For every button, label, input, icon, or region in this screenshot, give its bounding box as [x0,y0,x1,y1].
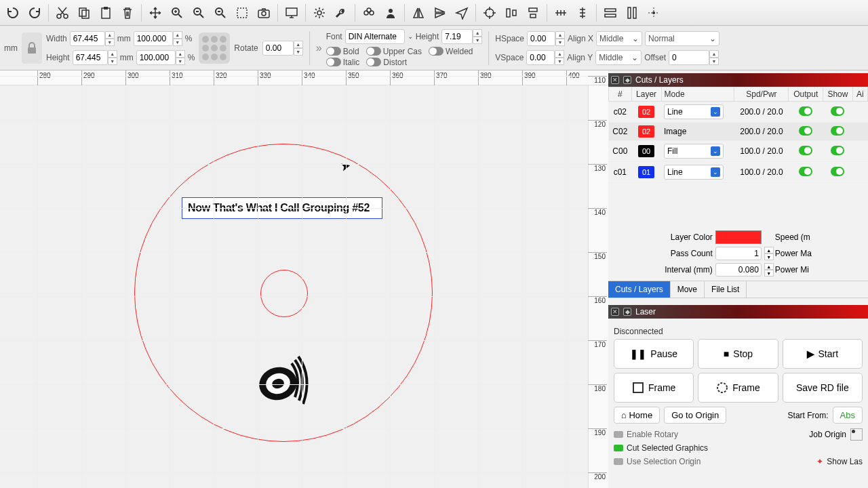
bold-toggle[interactable]: Bold [326,47,359,56]
job-origin-grid[interactable] [850,428,863,441]
frame-rect-button[interactable]: Frame [614,373,694,403]
laser-panel-header[interactable]: ✕ ◆ Laser [608,305,868,319]
wrench-icon[interactable] [331,3,351,23]
svg-rect-23 [605,9,616,12]
use-selection-origin-toggle[interactable]: Use Selection Origin [614,455,701,468]
height-pct-input[interactable] [136,50,176,65]
table-row[interactable]: c02 02 Line⌄ 200.0 / 20.0 [609,102,868,123]
output-toggle[interactable] [799,167,812,176]
offset-input[interactable] [669,50,709,65]
home-button[interactable]: ⌂ Home [614,407,660,424]
align-h-icon[interactable] [501,3,521,23]
arrange-3-icon[interactable] [644,3,664,23]
enable-rotary-toggle[interactable]: Enable Rotary [614,428,678,441]
tab-move[interactable]: Move [671,281,705,298]
upper-toggle[interactable]: Upper Cas [366,47,422,56]
welded-toggle[interactable]: Welded [429,47,473,56]
height-input[interactable] [73,50,108,65]
output-toggle[interactable] [799,106,812,116]
table-row[interactable]: c01 01 Line⌄ 100.0 / 20.0 [609,162,868,183]
paste-icon[interactable] [96,3,116,23]
show-toggle[interactable] [831,146,844,155]
font-height-input[interactable] [441,29,473,44]
save-rd-button[interactable]: Save RD file [783,373,863,403]
interval-input[interactable] [715,263,762,277]
start-button[interactable]: ▶Start [783,339,863,369]
arrange-1-icon[interactable] [600,3,620,23]
vspace-input[interactable] [526,50,555,65]
inner-circle[interactable] [260,270,308,317]
collapse-icon[interactable]: ◆ [623,308,631,316]
svg-rect-19 [507,9,510,17]
table-row[interactable]: C02 02 Image 200.0 / 20.0 [609,123,868,141]
copy-icon[interactable] [74,3,94,23]
cut-icon[interactable] [52,3,73,23]
undo-icon[interactable] [3,3,23,23]
zoom-out-icon[interactable] [210,3,231,23]
arrange-2-icon[interactable] [622,3,642,23]
aligny-select[interactable]: Middle⌄ [595,50,642,65]
gear-icon[interactable] [309,3,330,23]
frame-round-button[interactable]: Frame [698,373,778,403]
mode-select[interactable]: Line⌄ [664,165,724,180]
cut-selected-toggle[interactable]: Cut Selected Graphics [614,441,863,455]
dist-h-icon[interactable] [551,3,571,23]
pause-button[interactable]: ❚❚Pause [614,339,694,369]
mirror-v-icon[interactable] [430,3,450,23]
start-from-select[interactable]: Abs [833,407,863,424]
svg-point-27 [652,12,655,14]
distort-toggle[interactable]: Distort [366,58,407,67]
output-toggle[interactable] [799,126,812,136]
tab-filelist[interactable]: File List [705,281,747,298]
table-row[interactable]: C00 00 Fill⌄ 100.0 / 20.0 [609,141,868,162]
anchor-grid[interactable] [199,33,230,64]
lock-aspect-icon[interactable] [22,33,42,64]
redo-icon[interactable] [24,3,45,23]
width-stepper[interactable]: ▲▼ [105,31,115,46]
layer-color-swatch[interactable] [715,230,762,244]
show-laser-toggle[interactable]: ✦Show Las [816,455,863,468]
width-pct-input[interactable] [134,31,173,46]
font-dropdown-icon[interactable]: ⌄ [408,33,413,40]
goto-origin-button[interactable]: Go to Origin [664,407,726,424]
tab-cuts[interactable]: Cuts / Layers [608,281,671,298]
monitor-icon[interactable] [281,3,302,23]
hspace-input[interactable] [527,31,555,46]
alignx-select[interactable]: Middle⌄ [596,31,642,46]
show-toggle[interactable] [831,167,844,176]
mirror-h-icon[interactable] [408,3,429,23]
camera-icon[interactable] [254,3,274,23]
user-icon[interactable] [380,3,401,23]
send-icon[interactable] [452,3,472,23]
group-icon[interactable] [359,3,379,23]
font-input[interactable] [345,29,405,44]
rotate-input[interactable] [262,41,294,56]
pass-count-input[interactable] [715,247,762,260]
target-icon[interactable] [479,3,500,23]
curve-select[interactable]: Normal⌄ [645,31,719,46]
more-icon[interactable]: » [316,42,322,54]
stop-button[interactable]: ■Stop [698,339,778,369]
close-icon[interactable]: ✕ [611,76,619,84]
dist-v-icon[interactable] [572,3,593,23]
align-v-icon[interactable] [523,3,543,23]
pan-icon[interactable] [145,3,165,23]
show-toggle[interactable] [831,126,844,136]
output-toggle[interactable] [799,146,812,155]
zoom-fit-icon[interactable] [167,3,187,23]
italic-toggle[interactable]: Italic [326,58,360,67]
show-toggle[interactable] [831,106,844,116]
zoom-in-icon[interactable] [189,3,209,23]
zoom-region-icon[interactable] [232,3,252,23]
close-icon[interactable]: ✕ [611,308,619,316]
cuts-panel-header[interactable]: ✕ ◆ Cuts / Layers [608,73,868,87]
mode-select[interactable]: Fill⌄ [664,144,724,159]
collapse-icon[interactable]: ◆ [623,76,631,84]
svg-rect-5 [104,7,108,9]
width-input[interactable] [70,31,105,46]
speaker-icon[interactable] [254,350,315,411]
design-canvas[interactable]: Now That's What I Call Grouping #52 ➤ [0,85,588,488]
mode-select[interactable]: Line⌄ [664,104,724,119]
delete-icon[interactable] [117,3,138,23]
connection-status: Disconnected [614,324,863,339]
